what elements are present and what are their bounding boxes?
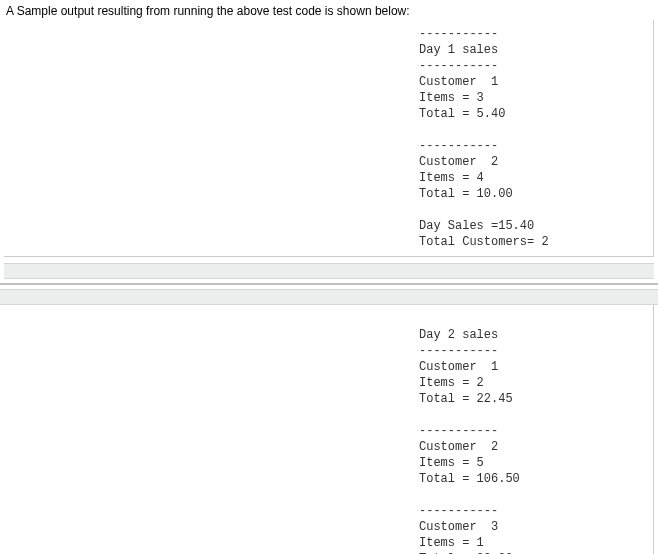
day1-cust2-header: Customer 2 xyxy=(419,155,498,169)
day2-cust1-header: Customer 1 xyxy=(419,360,498,374)
day1-output: ----------- Day 1 sales ----------- Cust… xyxy=(4,26,653,250)
day2-cust3-items: Items = 1 xyxy=(419,536,484,550)
intro-text: A Sample output resulting from running t… xyxy=(0,0,658,20)
page-divider xyxy=(0,283,658,285)
day1-cust1-total: Total = 5.40 xyxy=(419,107,505,121)
day1-daysales: Day Sales =15.40 xyxy=(419,219,534,233)
day2-output: Day 2 sales ----------- Customer 1 Items… xyxy=(4,311,653,554)
sep-line: ----------- xyxy=(419,424,498,438)
sep-line: ----------- xyxy=(419,344,498,358)
day2-title: Day 2 sales xyxy=(419,328,498,342)
day1-title: Day 1 sales xyxy=(419,43,498,57)
day2-cust2-header: Customer 2 xyxy=(419,440,498,454)
divider-band xyxy=(0,289,658,305)
day1-cust1-items: Items = 3 xyxy=(419,91,484,105)
day2-cust2-total: Total = 106.50 xyxy=(419,472,520,486)
sep-line: ----------- xyxy=(419,59,498,73)
output-box-day2: Day 2 sales ----------- Customer 1 Items… xyxy=(4,305,654,554)
day2-cust3-header: Customer 3 xyxy=(419,520,498,534)
day2-cust1-items: Items = 2 xyxy=(419,376,484,390)
output-box-day1: ----------- Day 1 sales ----------- Cust… xyxy=(4,20,654,257)
sep-line: ----------- xyxy=(419,27,498,41)
divider-band xyxy=(4,263,654,279)
day2-cust1-total: Total = 22.45 xyxy=(419,392,513,406)
day1-cust2-items: Items = 4 xyxy=(419,171,484,185)
sep-line: ----------- xyxy=(419,504,498,518)
day2-cust2-items: Items = 5 xyxy=(419,456,484,470)
day1-totalcust: Total Customers= 2 xyxy=(419,235,549,249)
day1-cust1-header: Customer 1 xyxy=(419,75,498,89)
sep-line: ----------- xyxy=(419,139,498,153)
day1-cust2-total: Total = 10.00 xyxy=(419,187,513,201)
